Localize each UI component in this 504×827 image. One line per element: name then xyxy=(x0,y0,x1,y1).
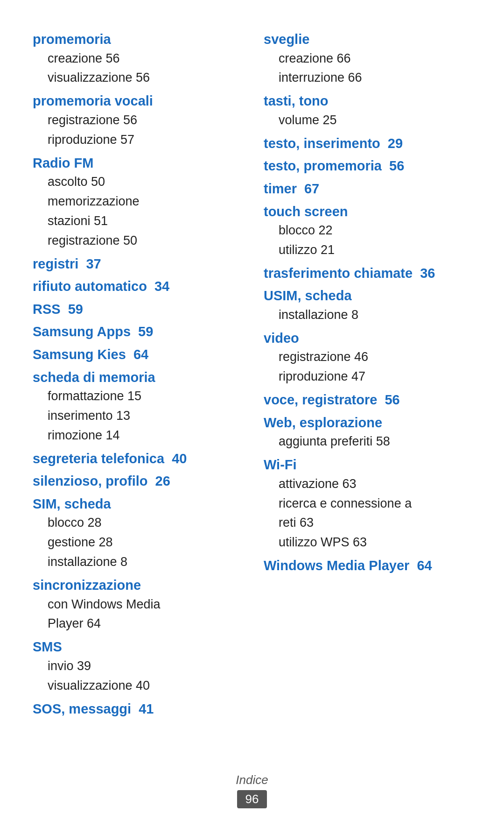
sub-entry-line: creazione 66 xyxy=(279,49,471,69)
index-entry-tasti-tono: tasti, tonovolume 25 xyxy=(264,92,471,130)
entry-header-timer: timer 67 xyxy=(264,179,471,198)
entry-number-rifiuto-automatico: 34 xyxy=(151,279,169,294)
sub-entry-line: ricerca e connessione a xyxy=(279,494,471,514)
entry-number-rss: 59 xyxy=(64,302,83,317)
sub-entry-line: registrazione 50 xyxy=(48,231,240,251)
entry-header-silenzioso-profilo: silenzioso, profilo 26 xyxy=(33,472,240,491)
sub-entry-line: registrazione 56 xyxy=(48,111,240,130)
index-entry-scheda-di-memoria: scheda di memoriaformattazione 15inserim… xyxy=(33,368,240,445)
entry-title-promemoria-vocali: promemoria vocali xyxy=(33,93,153,108)
entry-title-wi-fi: Wi-Fi xyxy=(264,457,297,472)
entry-header-samsung-apps: Samsung Apps 59 xyxy=(33,322,240,341)
index-entry-windows-media-player: Windows Media Player 64 xyxy=(264,556,471,575)
entry-title-sincronizzazione: sincronizzazione xyxy=(33,578,141,593)
entry-title-timer: timer xyxy=(264,181,297,196)
sub-entry-line: con Windows Media xyxy=(48,595,240,615)
sub-entry-line: ascolto 50 xyxy=(48,172,240,192)
entry-header-scheda-di-memoria: scheda di memoria xyxy=(33,368,240,387)
sub-entry-line: creazione 56 xyxy=(48,49,240,69)
entry-header-web-esplorazione: Web, esplorazione xyxy=(264,413,471,432)
entry-header-radio-fm: Radio FM xyxy=(33,154,240,173)
entry-header-testo-promemoria: testo, promemoria 56 xyxy=(264,156,471,176)
index-entry-rss: RSS 59 xyxy=(33,300,240,319)
sub-entries-touch-screen: blocco 22utilizzo 21 xyxy=(264,221,471,260)
entry-title-tasti-tono: tasti, tono xyxy=(264,93,329,108)
sub-entries-promemoria: creazione 56visualizzazione 56 xyxy=(33,49,240,88)
entry-title-web-esplorazione: Web, esplorazione xyxy=(264,415,382,430)
index-entry-usim-scheda: USIM, schedainstallazione 8 xyxy=(264,286,471,325)
sub-entry-line: utilizzo 21 xyxy=(279,240,471,260)
index-entry-voce-registratore: voce, registratore 56 xyxy=(264,390,471,410)
sub-entries-usim-scheda: installazione 8 xyxy=(264,305,471,325)
sub-entries-tasti-tono: volume 25 xyxy=(264,111,471,130)
entry-header-trasferimento-chiamate: trasferimento chiamate 36 xyxy=(264,264,471,283)
footer: Indice 96 xyxy=(0,773,504,808)
entry-title-testo-promemoria: testo, promemoria xyxy=(264,158,382,173)
entry-title-windows-media-player: Windows Media Player xyxy=(264,558,409,573)
entry-number-samsung-kies: 64 xyxy=(130,347,148,362)
entry-header-promemoria: promemoria xyxy=(33,30,240,49)
index-entry-testo-promemoria: testo, promemoria 56 xyxy=(264,156,471,176)
entry-title-usim-scheda: USIM, scheda xyxy=(264,288,352,303)
index-entry-samsung-apps: Samsung Apps 59 xyxy=(33,322,240,341)
entry-header-voce-registratore: voce, registratore 56 xyxy=(264,390,471,410)
entry-header-sms: SMS xyxy=(33,637,240,657)
entry-title-registri: registri xyxy=(33,256,78,271)
entry-header-tasti-tono: tasti, tono xyxy=(264,92,471,111)
sub-entries-video: registrazione 46riproduzione 47 xyxy=(264,347,471,387)
entry-title-sms: SMS xyxy=(33,639,62,654)
index-entry-timer: timer 67 xyxy=(264,179,471,198)
entry-header-registri: registri 37 xyxy=(33,254,240,274)
entry-number-silenzioso-profilo: 26 xyxy=(152,474,170,488)
sub-entry-line: stazioni 51 xyxy=(48,212,240,231)
sub-entry-line: blocco 22 xyxy=(279,221,471,240)
entry-title-trasferimento-chiamate: trasferimento chiamate xyxy=(264,266,413,281)
entry-title-video: video xyxy=(264,331,299,346)
sub-entries-web-esplorazione: aggiunta preferiti 58 xyxy=(264,432,471,452)
sub-entry-line: blocco 28 xyxy=(48,513,240,533)
index-entry-trasferimento-chiamate: trasferimento chiamate 36 xyxy=(264,264,471,283)
sub-entry-line: gestione 28 xyxy=(48,533,240,552)
sub-entry-line: installazione 8 xyxy=(279,305,471,325)
footer-page: 96 xyxy=(237,790,267,808)
index-entry-sms: SMSinvio 39visualizzazione 40 xyxy=(33,637,240,695)
sub-entry-line: aggiunta preferiti 58 xyxy=(279,432,471,452)
sub-entry-line: riproduzione 47 xyxy=(279,367,471,387)
sub-entry-line: installazione 8 xyxy=(48,552,240,572)
entry-title-silenzioso-profilo: silenzioso, profilo xyxy=(33,474,148,488)
entry-title-sos-messaggi: SOS, messaggi xyxy=(33,701,131,716)
entry-header-sveglie: sveglie xyxy=(264,30,471,49)
entry-title-rifiuto-automatico: rifiuto automatico xyxy=(33,279,147,294)
sub-entries-promemoria-vocali: registrazione 56riproduzione 57 xyxy=(33,111,240,150)
sub-entry-line: visualizzazione 56 xyxy=(48,68,240,88)
entry-number-sos-messaggi: 41 xyxy=(135,701,154,716)
sub-entries-radio-fm: ascolto 50memorizzazionestazioni 51regis… xyxy=(33,172,240,250)
index-entry-promemoria-vocali: promemoria vocaliregistrazione 56riprodu… xyxy=(33,92,240,149)
page-content: promemoriacreazione 56visualizzazione 56… xyxy=(0,0,504,769)
entry-title-testo-inserimento: testo, inserimento xyxy=(264,136,380,151)
entry-number-voce-registratore: 56 xyxy=(381,392,399,407)
entry-header-testo-inserimento: testo, inserimento 29 xyxy=(264,134,471,153)
sub-entry-line: inserimento 13 xyxy=(48,406,240,426)
sub-entry-line: riproduzione 57 xyxy=(48,130,240,150)
sub-entry-line: utilizzo WPS 63 xyxy=(279,533,471,552)
sub-entry-line: registrazione 46 xyxy=(279,347,471,367)
sub-entry-line: attivazione 63 xyxy=(279,474,471,494)
index-entry-promemoria: promemoriacreazione 56visualizzazione 56 xyxy=(33,30,240,88)
entry-number-testo-promemoria: 56 xyxy=(385,158,404,173)
entry-title-radio-fm: Radio FM xyxy=(33,156,94,170)
entry-header-segreteria-telefonica: segreteria telefonica 40 xyxy=(33,449,240,468)
entry-title-promemoria: promemoria xyxy=(33,32,111,47)
entry-title-samsung-apps: Samsung Apps xyxy=(33,324,131,339)
sub-entry-line: reti 63 xyxy=(279,513,471,533)
entry-header-wi-fi: Wi-Fi xyxy=(264,455,471,474)
index-entry-touch-screen: touch screenblocco 22utilizzo 21 xyxy=(264,202,471,260)
sub-entry-line: rimozione 14 xyxy=(48,426,240,445)
index-entry-registri: registri 37 xyxy=(33,254,240,274)
sub-entries-sim-scheda: blocco 28gestione 28installazione 8 xyxy=(33,513,240,572)
entry-number-testo-inserimento: 29 xyxy=(384,136,403,151)
sub-entries-sincronizzazione: con Windows MediaPlayer 64 xyxy=(33,595,240,634)
index-entry-video: videoregistrazione 46riproduzione 47 xyxy=(264,329,471,387)
index-entry-wi-fi: Wi-Fiattivazione 63ricerca e connessione… xyxy=(264,455,471,552)
sub-entries-wi-fi: attivazione 63ricerca e connessione aret… xyxy=(264,474,471,552)
